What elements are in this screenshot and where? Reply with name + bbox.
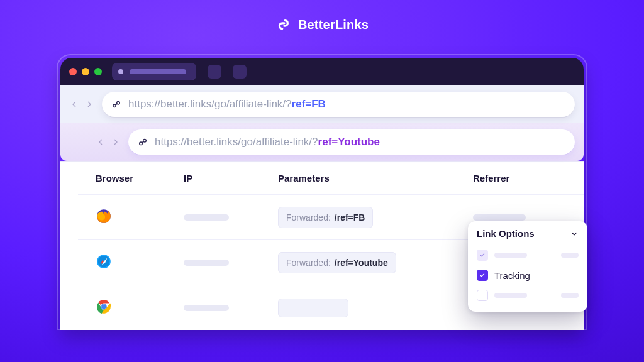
url-text: https://better.links/go/affiliate-link/?… [128,98,326,111]
window-close-icon[interactable] [69,68,77,75]
option-label-skeleton [494,253,527,258]
table-header: Browser IP Parameters Referrer [78,162,584,194]
new-tab-button[interactable] [233,65,247,79]
param-skeleton [278,299,348,317]
nav-controls-secondary [96,137,121,147]
chevron-down-icon[interactable] [570,229,579,238]
cell-params: Forwarded: /ref=Youtube [278,252,473,273]
ip-skeleton [184,214,229,221]
brand-name: BetterLinks [298,18,369,32]
option-aux-skeleton [561,253,579,258]
cell-params: Forwarded: /ref=FB [278,207,473,228]
col-referrer: Referrer [473,173,566,184]
ip-skeleton [184,305,229,311]
browser-window: https://better.links/go/affiliate-link/?… [60,58,584,330]
option-label-skeleton [494,293,527,298]
url-bar-secondary: https://better.links/go/affiliate-link/?… [60,123,584,161]
tab-favicon-icon [118,69,123,74]
popover-option[interactable] [475,245,580,265]
option-aux-skeleton [561,293,579,298]
cell-browser [96,208,184,227]
browser-titlebar [60,58,584,85]
checkbox-empty-icon[interactable] [477,290,488,301]
url-input-primary[interactable]: https://better.links/go/affiliate-link/?… [102,92,575,117]
cell-ip [184,305,278,311]
window-minimize-icon[interactable] [82,68,89,75]
checkbox-checked-icon[interactable] [477,270,488,281]
cell-ip [184,260,278,266]
brand: BetterLinks [275,16,369,33]
forwarded-badge: Forwarded: /ref=FB [278,207,373,228]
svg-point-10 [102,304,106,309]
popover-title: Link Options [477,228,535,239]
checkbox-soft-icon[interactable] [477,250,488,261]
url-bar-primary: https://better.links/go/affiliate-link/?… [60,85,584,123]
cell-ip [184,214,278,221]
referrer-skeleton [473,214,526,221]
safari-icon [96,253,112,270]
ip-skeleton [184,260,229,266]
cell-referrer [473,214,566,221]
col-params: Parameters [278,173,473,184]
tab-secondary[interactable] [208,65,221,79]
site-info-icon[interactable] [137,136,148,148]
popover-option-tracking[interactable]: Tracking [475,265,580,285]
nav-back-icon[interactable] [96,137,106,147]
nav-forward-icon[interactable] [84,99,94,109]
cell-browser [96,253,184,272]
tab-title-skeleton [130,69,186,74]
nav-controls [69,99,94,109]
col-browser: Browser [96,173,184,184]
window-maximize-icon[interactable] [94,68,102,75]
popover-option[interactable] [475,285,580,305]
browser-tab[interactable] [112,63,196,80]
chrome-icon [96,299,112,315]
nav-forward-icon[interactable] [111,137,121,147]
nav-back-icon[interactable] [69,99,79,109]
url-text: https://better.links/go/affiliate-link/?… [155,136,380,148]
link-options-popover[interactable]: Link Options Tracking [468,221,587,312]
brand-logo-icon [275,16,292,33]
col-ip: IP [184,173,278,184]
forwarded-badge: Forwarded: /ref=Youtube [278,252,396,273]
url-input-secondary[interactable]: https://better.links/go/affiliate-link/?… [128,129,575,155]
cell-params [278,299,473,317]
option-label: Tracking [494,270,530,281]
popover-header[interactable]: Link Options [475,227,580,245]
site-info-icon[interactable] [111,99,122,110]
cell-browser [96,299,184,317]
firefox-icon [96,208,112,224]
